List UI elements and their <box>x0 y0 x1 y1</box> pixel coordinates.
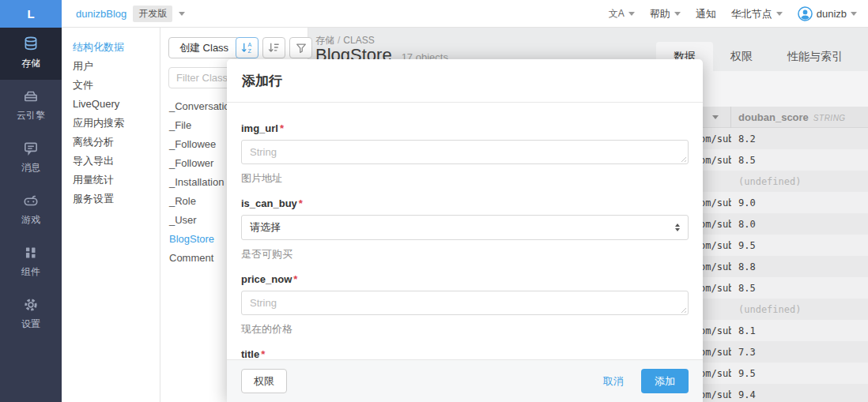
column-type-label: STRING <box>813 114 846 122</box>
app-env-badge: 开发版 <box>133 6 172 22</box>
field-label-img-url: img_url* <box>241 122 689 134</box>
chevron-down-icon <box>674 12 681 16</box>
avatar <box>798 6 813 21</box>
sidebar-item-games[interactable]: 游戏 <box>0 184 62 236</box>
tab-permissions[interactable]: 权限 <box>713 42 770 71</box>
sidebar-item-messages[interactable]: 消息 <box>0 132 62 184</box>
score-cell[interactable]: 9.5 <box>731 368 756 379</box>
sort-alpha-button[interactable]: A Z <box>236 37 259 58</box>
help-menu[interactable]: 帮助 <box>650 7 681 21</box>
subnav-users[interactable]: 用户 <box>62 57 160 76</box>
subnav-inapp-search[interactable]: 应用内搜索 <box>62 114 160 133</box>
topbar-menu: 文A 帮助 通知 华北节点 dunizb <box>609 0 857 28</box>
column-menu-button[interactable] <box>700 107 731 128</box>
modal-footer: 权限 取消 添加 <box>227 359 703 402</box>
modal-header: 添加行 <box>227 59 703 103</box>
subnav-import-export[interactable]: 导入导出 <box>62 152 160 171</box>
sidebar-item-components[interactable]: 组件 <box>0 236 62 288</box>
app-screen: L dunizbBlog 开发版 文A 帮助 通知 华北节点 <box>0 0 868 402</box>
subnav-service-settings[interactable]: 服务设置 <box>62 190 160 209</box>
field-hint-is-can-buy: 是否可购买 <box>241 247 689 261</box>
modal-title: 添加行 <box>242 73 282 88</box>
app-switcher[interactable]: dunizbBlog 开发版 <box>76 0 185 28</box>
app-name-link[interactable]: dunizbBlog <box>76 8 126 20</box>
notifications-link[interactable]: 通知 <box>696 7 716 21</box>
select-stepper-icon <box>675 224 680 231</box>
database-icon <box>0 36 62 54</box>
sidebar-item-settings[interactable]: 设置 <box>0 288 62 340</box>
sidebar-item-cloud-engine[interactable]: 云引擎 <box>0 80 62 132</box>
url-cell[interactable]: om/sub <box>700 197 731 209</box>
url-cell[interactable]: om/sub <box>700 368 731 379</box>
chevron-down-icon <box>776 12 783 16</box>
field-label-is-can-buy: is_can_buy* <box>241 197 689 209</box>
is-can-buy-select[interactable]: 请选择 <box>241 215 689 240</box>
url-cell[interactable]: om/sub <box>700 155 731 166</box>
field-label-title: title* <box>241 348 689 360</box>
url-cell[interactable]: om/sub <box>700 240 731 251</box>
topbar: L dunizbBlog 开发版 文A 帮助 通知 华北节点 <box>0 0 868 28</box>
field-label-price-now: price_now* <box>241 273 689 285</box>
img-url-input[interactable] <box>241 140 689 164</box>
cancel-button[interactable]: 取消 <box>603 374 624 389</box>
chevron-down-icon[interactable] <box>179 12 185 16</box>
required-asterisk: * <box>280 122 284 134</box>
region-menu[interactable]: 华北节点 <box>731 7 783 21</box>
url-cell[interactable]: om/sub <box>700 325 731 336</box>
score-cell[interactable]: (undefined) <box>731 304 801 315</box>
server-icon <box>0 88 62 107</box>
field-hint-price-now: 现在的价格 <box>241 322 689 336</box>
class-toolbar: A Z <box>236 37 312 58</box>
url-cell[interactable]: om/sub <box>700 347 731 358</box>
gear-icon <box>0 296 62 315</box>
required-asterisk: * <box>293 273 297 285</box>
components-icon <box>0 244 62 263</box>
sidebar-item-storage[interactable]: 存储 <box>0 28 62 80</box>
score-cell[interactable]: 8.8 <box>731 261 756 272</box>
svg-text:Z: Z <box>247 48 251 54</box>
url-cell[interactable]: om/sub <box>700 133 731 145</box>
score-cell[interactable]: 9.4 <box>731 389 756 400</box>
subnav-livequery[interactable]: LiveQuery <box>62 95 160 114</box>
score-cell[interactable]: 8.2 <box>731 133 756 145</box>
translate-icon: 文A <box>609 7 625 21</box>
language-menu[interactable]: 文A <box>609 7 635 21</box>
score-cell[interactable]: 8.0 <box>731 219 756 230</box>
score-cell[interactable]: 8.5 <box>731 283 756 294</box>
score-cell[interactable]: 8.5 <box>731 155 756 166</box>
tab-performance-index[interactable]: 性能与索引 <box>770 42 860 71</box>
url-cell[interactable]: om/sub <box>700 219 731 230</box>
add-button[interactable]: 添加 <box>641 369 689 393</box>
create-class-button[interactable]: 创建 Class <box>168 37 240 58</box>
app-logo[interactable]: L <box>0 0 62 28</box>
subnav-files[interactable]: 文件 <box>62 76 160 95</box>
chevron-down-icon <box>628 12 635 16</box>
permissions-button[interactable]: 权限 <box>241 369 287 393</box>
column-header-douban-score[interactable]: douban_score STRING <box>731 111 846 123</box>
score-cell[interactable]: 7.3 <box>731 347 756 358</box>
score-cell[interactable]: 9.0 <box>731 197 756 209</box>
user-menu[interactable]: dunizb <box>798 6 857 21</box>
modal-body: img_url* 图片地址 is_can_buy* 请选择 是否可购买 pric… <box>227 103 703 390</box>
score-cell[interactable]: 8.1 <box>731 325 756 336</box>
field-hint-img-url: 图片地址 <box>241 171 689 186</box>
subnav-structured-data[interactable]: 结构化数据 <box>62 38 160 57</box>
chevron-down-icon <box>851 12 857 16</box>
score-cell[interactable]: 9.5 <box>731 240 756 251</box>
price-now-input[interactable] <box>241 291 689 315</box>
gamepad-icon <box>0 192 62 211</box>
subnav-offline-analysis[interactable]: 离线分析 <box>62 133 160 152</box>
url-cell[interactable]: om/sub <box>700 283 731 294</box>
storage-sidebar: 结构化数据 用户 文件 LiveQuery 应用内搜索 离线分析 导入导出 用量… <box>62 28 160 402</box>
required-asterisk: * <box>299 197 303 209</box>
url-cell[interactable]: om/sub <box>700 389 731 400</box>
sort-list-button[interactable] <box>262 37 285 58</box>
score-cell[interactable]: (undefined) <box>731 176 801 187</box>
filter-funnel-button[interactable] <box>289 37 312 58</box>
required-asterisk: * <box>261 348 265 360</box>
chat-bubble-icon <box>0 140 62 159</box>
add-row-modal: 添加行 img_url* 图片地址 is_can_buy* 请选择 是否可购买 … <box>227 59 703 402</box>
primary-sidebar: 存储 云引擎 消息 <box>0 28 62 402</box>
url-cell[interactable]: om/sub <box>700 261 731 272</box>
subnav-usage-stats[interactable]: 用量统计 <box>62 171 160 190</box>
